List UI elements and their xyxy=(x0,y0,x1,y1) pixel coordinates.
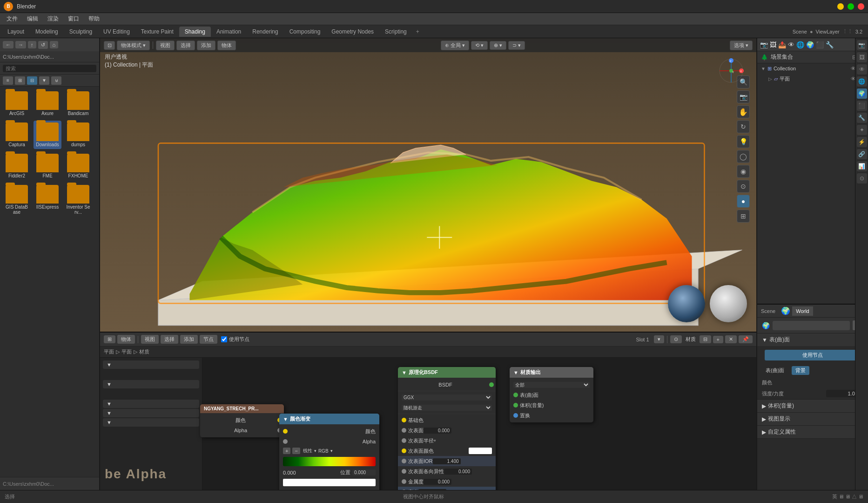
nav-refresh-button[interactable]: ↺ xyxy=(38,41,48,49)
folder-item-arcgis[interactable]: ArcGIS xyxy=(3,89,31,118)
material-pin[interactable]: 📌 xyxy=(739,335,753,343)
right-vdisplay-icon[interactable]: 👁 xyxy=(788,41,794,48)
sidebar-row-2[interactable] xyxy=(103,389,199,399)
close-button[interactable] xyxy=(858,3,864,10)
prop-tab-world[interactable]: World xyxy=(792,306,813,316)
slot-dropdown[interactable]: ▾ xyxy=(654,335,664,343)
folder-item-gis-database[interactable]: GIS DataBase xyxy=(3,183,31,217)
nav-cube[interactable]: Z X Y xyxy=(713,57,750,85)
tab-shading[interactable]: Shading xyxy=(179,27,211,37)
outliner-plane-item[interactable]: ▷ ▱ 平面 👁 📷 xyxy=(765,74,868,84)
node-point-btn[interactable]: 节点 xyxy=(200,335,217,344)
render-mode-2[interactable]: ◉ xyxy=(737,165,750,178)
material-icon[interactable]: ⊙ xyxy=(670,335,682,343)
output-dropdown-select[interactable]: 全部 xyxy=(513,382,590,388)
surface-option-background[interactable]: 背景 xyxy=(792,366,809,375)
prop-constraints-icon[interactable]: 🔗 xyxy=(857,149,867,159)
prop-output-icon[interactable]: 🖼 xyxy=(857,52,867,62)
prop-object-props-icon[interactable]: ⬛ xyxy=(857,101,867,111)
nav-forward-button[interactable]: → xyxy=(15,41,26,48)
folder-item-iisexpress[interactable]: IISExpress xyxy=(34,183,61,217)
search-input[interactable] xyxy=(3,65,96,72)
filter2-button[interactable]: ⊎ xyxy=(51,76,61,85)
viewport-view[interactable]: 视图 xyxy=(156,41,175,50)
nav-home-button[interactable]: ⌂ xyxy=(50,41,59,48)
bsdf-metallic-input[interactable] xyxy=(424,479,451,485)
custom-attr-header[interactable]: ▶ 自定义属性 xyxy=(757,426,868,438)
node-colorramp[interactable]: ▼ 颜色渐变 颜色 Alpha xyxy=(279,414,379,490)
right-modifier-icon[interactable]: 🔧 xyxy=(826,41,834,48)
viewport-global[interactable]: ⊕ 全局 ▾ xyxy=(441,41,469,50)
light-button[interactable]: 💡 xyxy=(737,135,750,148)
right-render-icon[interactable]: 🖼 xyxy=(770,41,776,48)
node-object-btn[interactable]: 物体 xyxy=(117,335,135,344)
sidebar-section-4[interactable]: ▼ xyxy=(103,409,199,417)
prop-modifier-icon2[interactable]: 🔧 xyxy=(857,113,867,123)
folder-item-downloads[interactable]: Downloads xyxy=(34,121,61,149)
viewport-snap[interactable]: ⊕ ▾ xyxy=(490,41,506,50)
breadcrumb-material[interactable]: 材质 xyxy=(139,348,149,355)
viewport-object[interactable]: 物体 xyxy=(217,41,236,50)
folder-item-inventor-serv...[interactable]: Inventor Serv... xyxy=(64,183,92,217)
menu-render[interactable]: 渲染 xyxy=(44,14,62,24)
surface-option-surface[interactable]: 表(曲)面 xyxy=(762,366,788,375)
node-editor-icon[interactable]: ⊞ xyxy=(104,335,115,343)
breadcrumb-plane1[interactable]: 平面 xyxy=(104,348,114,355)
material-browse[interactable]: ⊟ xyxy=(700,335,711,343)
tab-scripting[interactable]: Scripting xyxy=(379,27,412,37)
folder-item-axure[interactable]: Axure xyxy=(34,89,61,118)
minimize-button[interactable] xyxy=(837,3,844,10)
breadcrumb-plane2[interactable]: 平面 xyxy=(121,348,132,355)
node-output[interactable]: ▼ 材质输出 全部 表(曲)面 xyxy=(510,367,593,422)
viewport-proportional[interactable]: ⊃ ▾ xyxy=(508,41,525,50)
tab-add[interactable]: + xyxy=(412,27,423,37)
menu-help[interactable]: 帮助 xyxy=(85,14,103,24)
node-select-btn[interactable]: 选择 xyxy=(161,335,178,344)
folder-item-fme[interactable]: FME xyxy=(34,152,61,180)
bsdf-aniso-input[interactable] xyxy=(444,469,472,475)
world-name-input[interactable]: World xyxy=(773,321,850,330)
nav-back-button[interactable]: ← xyxy=(3,41,13,48)
prop-physics-icon[interactable]: ⚡ xyxy=(857,137,867,147)
hand-button[interactable]: ✋ xyxy=(737,105,750,118)
material-delete[interactable]: ✕ xyxy=(725,335,737,343)
bsdf-specular-input[interactable] xyxy=(418,489,446,490)
bsdf-ggx-select[interactable]: GGX xyxy=(402,394,492,401)
folder-item-dumps[interactable]: dumps xyxy=(64,121,92,149)
render-mode-4[interactable]: ● xyxy=(737,195,750,208)
menu-window[interactable]: 窗口 xyxy=(64,14,83,24)
prop-material-icon[interactable]: ⊙ xyxy=(857,173,867,184)
prop-view-icon[interactable]: 👁 xyxy=(857,64,867,75)
bsdf-subcolor-swatch[interactable] xyxy=(469,448,492,454)
camera-button[interactable]: 📷 xyxy=(737,90,750,103)
prop-tab-scene[interactable]: Scene xyxy=(757,306,779,316)
use-nodes-checkbox[interactable] xyxy=(221,336,227,342)
prop-world-icon-btn[interactable]: 🌍 xyxy=(857,88,867,99)
colorramp-add-stop[interactable]: + xyxy=(283,448,290,454)
prop-data-icon[interactable]: 📊 xyxy=(857,161,867,171)
bsdf-dist-select[interactable]: 随机游走 xyxy=(402,405,492,411)
bsdf-ior-input[interactable] xyxy=(433,458,461,464)
node-texture[interactable]: NGYANG_STRECH_PR... 颜色 Alpha xyxy=(200,404,284,437)
colorramp-mode-dropdown[interactable]: ▾ xyxy=(330,449,333,453)
sort-button[interactable]: ≡ xyxy=(3,76,13,85)
tab-texture-paint[interactable]: Texture Paint xyxy=(135,27,179,37)
grid-view-button[interactable]: ⊞ xyxy=(15,76,25,85)
outliner-collection-item[interactable]: ▼ ⊞ Collection 👁 📷 xyxy=(757,63,868,74)
tab-rendering[interactable]: Rendering xyxy=(247,27,283,37)
folder-item-captura[interactable]: Captura xyxy=(3,121,31,149)
sidebar-section-2[interactable]: ▼ xyxy=(103,380,199,388)
node-bsdf[interactable]: ▼ 原理化BSDF BSDF GGX xyxy=(398,367,496,490)
prop-scene-icon2[interactable]: 🌐 xyxy=(857,76,867,87)
bsdf-subsurface-input[interactable] xyxy=(424,428,451,434)
nav-up-button[interactable]: ↑ xyxy=(28,41,36,48)
node-add-btn[interactable]: 添加 xyxy=(180,335,198,344)
volume-section-header[interactable]: ▶ 体积(音量) xyxy=(757,400,868,412)
list-view-button[interactable]: ⊟ xyxy=(27,76,37,85)
colorramp-bar[interactable] xyxy=(283,457,376,466)
material-new[interactable]: + xyxy=(713,336,723,343)
colorramp-collapse-icon[interactable]: ▼ xyxy=(283,416,288,422)
prop-particles-icon[interactable]: ✦ xyxy=(857,125,867,135)
right-object-icon[interactable]: ⬛ xyxy=(816,41,824,48)
tab-modeling[interactable]: Modeling xyxy=(30,27,64,37)
